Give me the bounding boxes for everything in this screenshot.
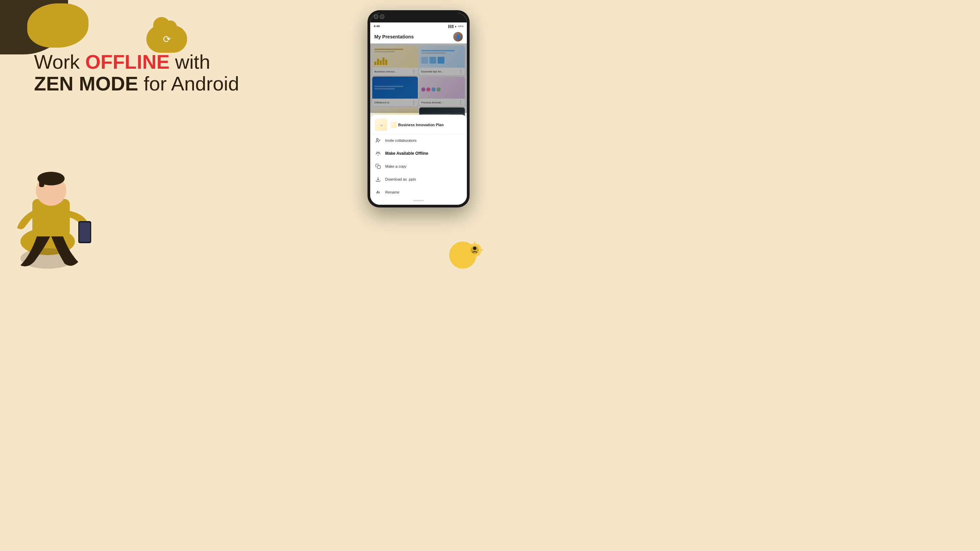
pres-info-1: Business Innova... ⋮	[372, 68, 418, 75]
sheet-header: 📊 Business Innovation Plan	[370, 114, 467, 134]
pres-thumb-4	[419, 76, 465, 98]
menu-download[interactable]: Download as .pptx	[370, 173, 467, 186]
download-icon	[375, 176, 381, 182]
more-button-4[interactable]: ⋮	[459, 100, 463, 105]
sheet-title: Business Innovation Plan	[398, 123, 444, 127]
pres-name-4: Process Animati...	[421, 101, 459, 104]
decorative-icon-bottom-right	[463, 238, 487, 262]
person-illustration	[0, 133, 143, 275]
menu-offline-label: Make Available Offline	[385, 151, 428, 156]
hero-text-block: Work OFFLINE with ZEN MODE for Android	[34, 51, 239, 95]
menu-copy-label: Make a copy	[385, 164, 406, 168]
app-header: My Presentations 👤	[370, 30, 467, 43]
more-button-2[interactable]: ⋮	[459, 69, 463, 74]
svg-rect-11	[377, 166, 380, 169]
offline-icon	[375, 150, 381, 156]
more-button-3[interactable]: ⋮	[412, 100, 416, 105]
battery-icon: 44%	[458, 25, 463, 28]
pres-thumb-3	[372, 76, 418, 98]
camera-lens-2	[380, 14, 385, 19]
phone-frame: 4:49 ▐▐▐ ▲ 44% My Presentations 👤	[368, 10, 469, 208]
hero-prefix: Work	[34, 51, 85, 73]
menu-rename[interactable]: Aı Rename	[370, 186, 467, 198]
pres-name-1: Business Innova...	[374, 70, 412, 73]
app-content: Business Innova... ⋮	[370, 43, 467, 205]
invite-icon	[375, 137, 381, 143]
pres-card-2[interactable]: Essential tips for... ⋮	[419, 46, 465, 75]
menu-copy[interactable]: Make a copy	[370, 160, 467, 173]
camera-lens-1	[374, 14, 379, 19]
menu-invite-label: Invite collaborators	[385, 138, 417, 143]
pres-info-2: Essential tips for... ⋮	[419, 68, 465, 75]
menu-offline[interactable]: Make Available Offline	[370, 147, 467, 160]
phone-screen: 4:49 ▐▐▐ ▲ 44% My Presentations 👤	[370, 13, 467, 205]
cloud-sync-icon: ⟳	[146, 25, 187, 53]
pres-name-3: Diffidence to	[374, 101, 412, 104]
hero-suffix: with	[169, 51, 210, 73]
status-icons: ▐▐▐ ▲ 44%	[447, 25, 463, 28]
pres-card-4[interactable]: Process Animati... ⋮	[419, 76, 465, 106]
pres-name-2: Essential tips for...	[421, 70, 459, 73]
hero-line2: ZEN MODE for Android	[34, 73, 239, 95]
rename-icon: Aı	[375, 189, 381, 195]
svg-rect-4	[39, 179, 44, 187]
pres-info-4: Process Animati... ⋮	[419, 98, 465, 106]
phone-camera-bar	[370, 13, 467, 22]
svg-point-10	[378, 155, 378, 156]
pres-card-3[interactable]: Diffidence to ⋮	[372, 76, 418, 106]
pres-thumb-2	[419, 46, 465, 68]
sheet-handle	[370, 198, 467, 202]
svg-rect-6	[79, 222, 90, 242]
menu-download-label: Download as .pptx	[385, 177, 416, 181]
sheet-thumb-image: 📊	[375, 119, 387, 131]
user-avatar[interactable]: 👤	[453, 32, 463, 41]
phone-mockup: 4:49 ▐▐▐ ▲ 44% My Presentations 👤	[368, 10, 469, 208]
svg-point-7	[376, 138, 378, 140]
pres-thumb-1	[372, 46, 418, 68]
wifi-icon: ▲	[454, 25, 457, 28]
pres-info-3: Diffidence to ⋮	[372, 98, 418, 106]
hero-offline: OFFLINE	[85, 51, 169, 73]
hero-line1: Work OFFLINE with	[34, 51, 239, 73]
svg-point-18	[473, 246, 476, 250]
more-button-1[interactable]: ⋮	[412, 69, 416, 74]
camera-area	[374, 14, 385, 19]
copy-icon	[375, 163, 381, 169]
bottom-sheet: 📊 Business Innovation Plan	[370, 114, 467, 205]
menu-invite[interactable]: Invite collaborators	[370, 134, 467, 147]
hero-zenmode: ZEN MODE	[34, 73, 138, 95]
hero-android: for Android	[138, 73, 239, 95]
status-time: 4:49	[374, 24, 380, 28]
menu-rename-label: Rename	[385, 190, 399, 194]
app-title: My Presentations	[374, 34, 414, 40]
bg-blob-gold-top	[27, 3, 89, 48]
signal-icon: ▐▐▐	[447, 25, 453, 28]
sync-icon: ⟳	[163, 34, 171, 45]
pres-card-1[interactable]: Business Innova... ⋮	[372, 46, 418, 75]
status-bar: 4:49 ▐▐▐ ▲ 44%	[370, 22, 467, 30]
avatar-image: 👤	[453, 32, 463, 41]
